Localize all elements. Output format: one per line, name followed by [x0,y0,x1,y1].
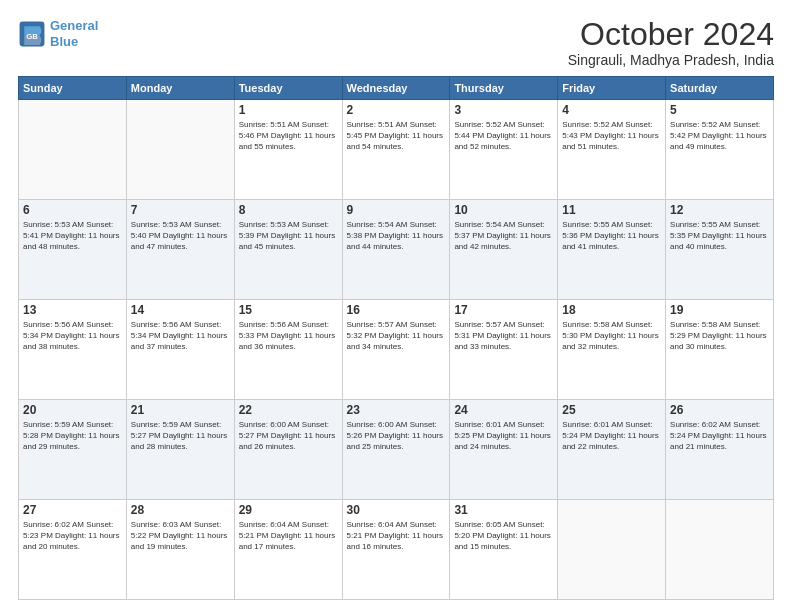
day-number: 21 [131,403,230,417]
day-number: 19 [670,303,769,317]
day-info: Sunrise: 5:52 AM Sunset: 5:44 PM Dayligh… [454,119,553,153]
table-row: 7Sunrise: 5:53 AM Sunset: 5:40 PM Daylig… [126,200,234,300]
day-info: Sunrise: 5:51 AM Sunset: 5:45 PM Dayligh… [347,119,446,153]
table-row: 4Sunrise: 5:52 AM Sunset: 5:43 PM Daylig… [558,100,666,200]
day-info: Sunrise: 5:53 AM Sunset: 5:41 PM Dayligh… [23,219,122,253]
day-info: Sunrise: 5:58 AM Sunset: 5:30 PM Dayligh… [562,319,661,353]
day-number: 11 [562,203,661,217]
day-info: Sunrise: 6:03 AM Sunset: 5:22 PM Dayligh… [131,519,230,553]
table-row: 22Sunrise: 6:00 AM Sunset: 5:27 PM Dayli… [234,400,342,500]
day-info: Sunrise: 5:52 AM Sunset: 5:43 PM Dayligh… [562,119,661,153]
page: GB General Blue October 2024 Singrauli, … [0,0,792,612]
logo: GB General Blue [18,18,98,49]
header: GB General Blue October 2024 Singrauli, … [18,18,774,68]
table-row: 18Sunrise: 5:58 AM Sunset: 5:30 PM Dayli… [558,300,666,400]
calendar-week-row: 6Sunrise: 5:53 AM Sunset: 5:41 PM Daylig… [19,200,774,300]
day-info: Sunrise: 5:54 AM Sunset: 5:37 PM Dayligh… [454,219,553,253]
table-row: 20Sunrise: 5:59 AM Sunset: 5:28 PM Dayli… [19,400,127,500]
table-row: 2Sunrise: 5:51 AM Sunset: 5:45 PM Daylig… [342,100,450,200]
logo-general: General [50,18,98,33]
day-number: 14 [131,303,230,317]
day-number: 3 [454,103,553,117]
day-number: 2 [347,103,446,117]
day-info: Sunrise: 5:56 AM Sunset: 5:34 PM Dayligh… [23,319,122,353]
day-number: 9 [347,203,446,217]
table-row: 3Sunrise: 5:52 AM Sunset: 5:44 PM Daylig… [450,100,558,200]
day-info: Sunrise: 6:02 AM Sunset: 5:24 PM Dayligh… [670,419,769,453]
col-wednesday: Wednesday [342,77,450,100]
day-info: Sunrise: 5:59 AM Sunset: 5:28 PM Dayligh… [23,419,122,453]
table-row: 10Sunrise: 5:54 AM Sunset: 5:37 PM Dayli… [450,200,558,300]
table-row: 9Sunrise: 5:54 AM Sunset: 5:38 PM Daylig… [342,200,450,300]
day-number: 25 [562,403,661,417]
day-info: Sunrise: 5:57 AM Sunset: 5:32 PM Dayligh… [347,319,446,353]
day-number: 15 [239,303,338,317]
day-info: Sunrise: 5:52 AM Sunset: 5:42 PM Dayligh… [670,119,769,153]
day-number: 27 [23,503,122,517]
table-row: 30Sunrise: 6:04 AM Sunset: 5:21 PM Dayli… [342,500,450,600]
table-row: 26Sunrise: 6:02 AM Sunset: 5:24 PM Dayli… [666,400,774,500]
table-row: 29Sunrise: 6:04 AM Sunset: 5:21 PM Dayli… [234,500,342,600]
day-info: Sunrise: 5:53 AM Sunset: 5:39 PM Dayligh… [239,219,338,253]
day-number: 10 [454,203,553,217]
day-number: 13 [23,303,122,317]
day-number: 30 [347,503,446,517]
logo-blue: Blue [50,34,78,49]
day-number: 7 [131,203,230,217]
day-info: Sunrise: 6:01 AM Sunset: 5:25 PM Dayligh… [454,419,553,453]
table-row: 14Sunrise: 5:56 AM Sunset: 5:34 PM Dayli… [126,300,234,400]
day-info: Sunrise: 5:57 AM Sunset: 5:31 PM Dayligh… [454,319,553,353]
calendar-week-row: 1Sunrise: 5:51 AM Sunset: 5:46 PM Daylig… [19,100,774,200]
logo-text: General Blue [50,18,98,49]
calendar-week-row: 20Sunrise: 5:59 AM Sunset: 5:28 PM Dayli… [19,400,774,500]
table-row: 24Sunrise: 6:01 AM Sunset: 5:25 PM Dayli… [450,400,558,500]
table-row: 13Sunrise: 5:56 AM Sunset: 5:34 PM Dayli… [19,300,127,400]
location-title: Singrauli, Madhya Pradesh, India [568,52,774,68]
day-number: 26 [670,403,769,417]
day-number: 29 [239,503,338,517]
day-info: Sunrise: 6:04 AM Sunset: 5:21 PM Dayligh… [347,519,446,553]
day-number: 22 [239,403,338,417]
table-row: 19Sunrise: 5:58 AM Sunset: 5:29 PM Dayli… [666,300,774,400]
table-row: 21Sunrise: 5:59 AM Sunset: 5:27 PM Dayli… [126,400,234,500]
calendar-header-row: Sunday Monday Tuesday Wednesday Thursday… [19,77,774,100]
day-info: Sunrise: 6:00 AM Sunset: 5:26 PM Dayligh… [347,419,446,453]
table-row: 11Sunrise: 5:55 AM Sunset: 5:36 PM Dayli… [558,200,666,300]
day-number: 18 [562,303,661,317]
table-row: 16Sunrise: 5:57 AM Sunset: 5:32 PM Dayli… [342,300,450,400]
month-title: October 2024 [568,18,774,50]
day-number: 24 [454,403,553,417]
table-row: 5Sunrise: 5:52 AM Sunset: 5:42 PM Daylig… [666,100,774,200]
col-saturday: Saturday [666,77,774,100]
calendar-table: Sunday Monday Tuesday Wednesday Thursday… [18,76,774,600]
day-number: 8 [239,203,338,217]
day-info: Sunrise: 5:55 AM Sunset: 5:36 PM Dayligh… [562,219,661,253]
day-number: 6 [23,203,122,217]
table-row: 15Sunrise: 5:56 AM Sunset: 5:33 PM Dayli… [234,300,342,400]
table-row: 25Sunrise: 6:01 AM Sunset: 5:24 PM Dayli… [558,400,666,500]
day-info: Sunrise: 5:53 AM Sunset: 5:40 PM Dayligh… [131,219,230,253]
day-number: 20 [23,403,122,417]
calendar-week-row: 13Sunrise: 5:56 AM Sunset: 5:34 PM Dayli… [19,300,774,400]
table-row: 12Sunrise: 5:55 AM Sunset: 5:35 PM Dayli… [666,200,774,300]
day-info: Sunrise: 6:02 AM Sunset: 5:23 PM Dayligh… [23,519,122,553]
day-number: 16 [347,303,446,317]
col-monday: Monday [126,77,234,100]
day-number: 17 [454,303,553,317]
col-tuesday: Tuesday [234,77,342,100]
day-info: Sunrise: 5:56 AM Sunset: 5:33 PM Dayligh… [239,319,338,353]
table-row: 17Sunrise: 5:57 AM Sunset: 5:31 PM Dayli… [450,300,558,400]
day-info: Sunrise: 6:01 AM Sunset: 5:24 PM Dayligh… [562,419,661,453]
col-thursday: Thursday [450,77,558,100]
day-number: 23 [347,403,446,417]
day-number: 12 [670,203,769,217]
table-row: 6Sunrise: 5:53 AM Sunset: 5:41 PM Daylig… [19,200,127,300]
table-row: 1Sunrise: 5:51 AM Sunset: 5:46 PM Daylig… [234,100,342,200]
day-info: Sunrise: 6:05 AM Sunset: 5:20 PM Dayligh… [454,519,553,553]
col-friday: Friday [558,77,666,100]
table-row: 8Sunrise: 5:53 AM Sunset: 5:39 PM Daylig… [234,200,342,300]
day-info: Sunrise: 5:58 AM Sunset: 5:29 PM Dayligh… [670,319,769,353]
day-number: 1 [239,103,338,117]
table-row: 31Sunrise: 6:05 AM Sunset: 5:20 PM Dayli… [450,500,558,600]
day-info: Sunrise: 5:55 AM Sunset: 5:35 PM Dayligh… [670,219,769,253]
